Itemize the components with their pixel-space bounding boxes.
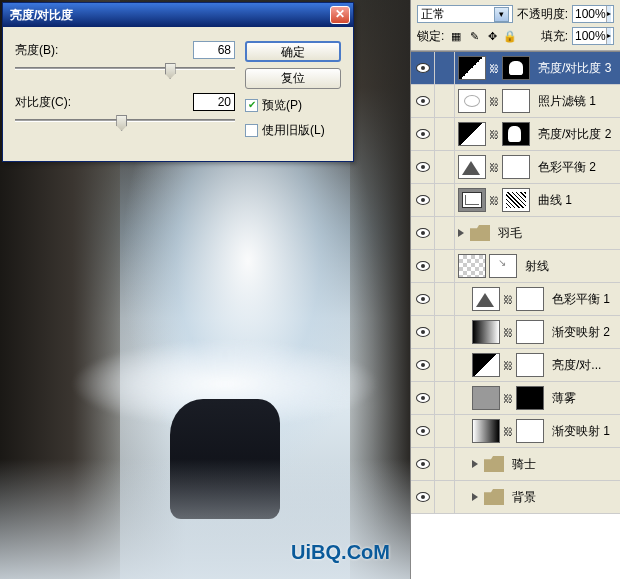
eye-icon [416,327,430,337]
layer-name: 射线 [520,258,549,275]
layer-name: 照片滤镜 1 [533,93,596,110]
chevron-right-icon: ▸ [606,28,611,44]
layer-row[interactable]: ⛓薄雾 [411,382,620,415]
eye-icon [416,261,430,271]
folder-icon [484,456,504,472]
contrast-slider[interactable] [15,115,235,135]
visibility-toggle[interactable] [411,316,435,348]
dialog-title: 亮度/对比度 [6,7,330,24]
layer-row[interactable]: ⛓色彩平衡 1 [411,283,620,316]
check-icon [245,124,258,137]
brightness-slider[interactable] [15,63,235,83]
layer-row[interactable]: 羽毛 [411,217,620,250]
link-icon: ⛓ [503,426,513,437]
layer-row[interactable]: ⛓色彩平衡 2 [411,151,620,184]
layer-name: 背景 [507,489,536,506]
visibility-toggle[interactable] [411,52,435,84]
expand-icon[interactable] [472,493,478,501]
layer-row[interactable]: ↘射线 [411,250,620,283]
preview-checkbox[interactable]: ✔ 预览(P) [245,97,341,114]
layer-row[interactable]: ⛓曲线 1 [411,184,620,217]
link-col [435,316,455,348]
link-icon: ⛓ [503,327,513,338]
visibility-toggle[interactable] [411,217,435,249]
folder-icon [470,225,490,241]
ok-button[interactable]: 确定 [245,41,341,62]
layer-row[interactable]: ⛓照片滤镜 1 [411,85,620,118]
eye-icon [416,228,430,238]
visibility-toggle[interactable] [411,151,435,183]
link-col [435,349,455,381]
contrast-label: 对比度(C): [15,94,85,111]
link-icon: ⛓ [503,294,513,305]
layer-name: 色彩平衡 1 [547,291,610,308]
folder-icon [484,489,504,505]
layer-name: 骑士 [507,456,536,473]
contrast-thumb[interactable] [116,115,127,131]
link-icon: ⛓ [489,63,499,74]
fill-input[interactable]: 100% ▸ [572,27,614,45]
layer-row[interactable]: 骑士 [411,448,620,481]
layer-row[interactable]: ⛓渐变映射 2 [411,316,620,349]
layer-row[interactable]: ⛓亮度/对比度 2 [411,118,620,151]
visibility-toggle[interactable] [411,85,435,117]
link-col [435,382,455,414]
brightness-thumb[interactable] [165,63,176,79]
layer-row[interactable]: ⛓亮度/对... [411,349,620,382]
eye-icon [416,360,430,370]
visibility-toggle[interactable] [411,415,435,447]
brightness-input[interactable] [193,41,235,59]
layer-name: 薄雾 [547,390,576,407]
fill-label: 填充: [541,28,568,45]
layer-row[interactable]: 背景 [411,481,620,514]
expand-icon[interactable] [472,460,478,468]
link-col [435,448,455,480]
visibility-toggle[interactable] [411,250,435,282]
legacy-label: 使用旧版(L) [262,122,325,139]
layer-row[interactable]: ⛓亮度/对比度 3 [411,52,620,85]
watermark: UiBQ.CoM [291,541,390,564]
lock-all-icon[interactable]: 🔒 [502,28,518,44]
chevron-right-icon: ▸ [606,6,611,22]
visibility-toggle[interactable] [411,283,435,315]
link-col [435,217,455,249]
layer-name: 亮度/对... [547,357,601,374]
layer-row[interactable]: ⛓渐变映射 1 [411,415,620,448]
lock-label: 锁定: [417,28,444,45]
link-icon: ⛓ [489,195,499,206]
lock-buttons: ▦ ✎ ✥ 🔒 [448,28,518,44]
legacy-checkbox[interactable]: 使用旧版(L) [245,122,341,139]
link-col [435,481,455,513]
dialog-titlebar[interactable]: 亮度/对比度 ✕ [3,3,353,27]
layer-name: 羽毛 [493,225,522,242]
brightness-contrast-dialog: 亮度/对比度 ✕ 亮度(B): 对比度(C): 确定 复位 [2,2,354,162]
layers-panel: 正常 ▾ 不透明度: 100% ▸ 锁定: ▦ ✎ ✥ 🔒 填充: 100% ▸ [410,0,620,579]
visibility-toggle[interactable] [411,349,435,381]
close-icon[interactable]: ✕ [330,6,350,24]
visibility-toggle[interactable] [411,481,435,513]
layer-list: ⛓亮度/对比度 3⛓照片滤镜 1⛓亮度/对比度 2⛓色彩平衡 2⛓曲线 1羽毛↘… [411,51,620,579]
lock-transparency-icon[interactable]: ▦ [448,28,464,44]
lock-pixels-icon[interactable]: ✎ [466,28,482,44]
link-col [435,85,455,117]
lock-position-icon[interactable]: ✥ [484,28,500,44]
link-col [435,184,455,216]
expand-icon[interactable] [458,229,464,237]
opacity-input[interactable]: 100% ▸ [572,5,614,23]
contrast-input[interactable] [193,93,235,111]
link-icon: ⛓ [503,360,513,371]
visibility-toggle[interactable] [411,448,435,480]
eye-icon [416,96,430,106]
visibility-toggle[interactable] [411,382,435,414]
check-icon: ✔ [245,99,258,112]
blend-mode-select[interactable]: 正常 ▾ [417,5,513,23]
reset-button[interactable]: 复位 [245,68,341,89]
preview-label: 预览(P) [262,97,302,114]
chevron-down-icon: ▾ [494,7,509,22]
visibility-toggle[interactable] [411,118,435,150]
layer-name: 色彩平衡 2 [533,159,596,176]
visibility-toggle[interactable] [411,184,435,216]
eye-icon [416,162,430,172]
layer-name: 渐变映射 2 [547,324,610,341]
link-col [435,415,455,447]
